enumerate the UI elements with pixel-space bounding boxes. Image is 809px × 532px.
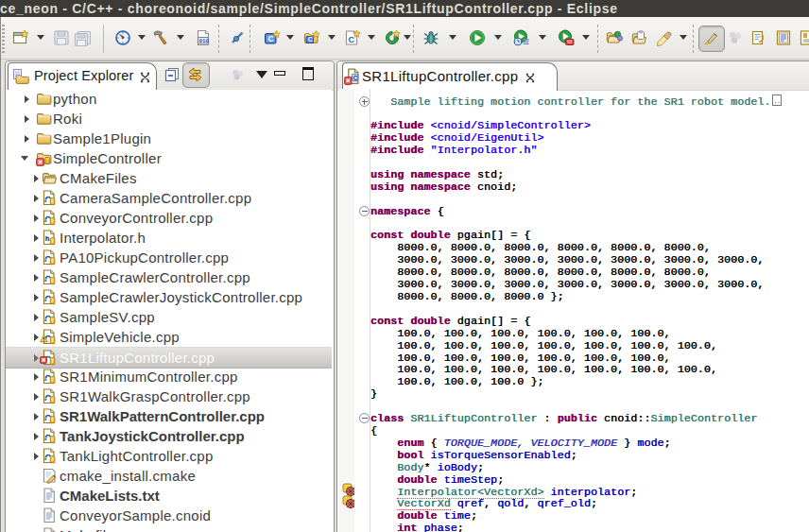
svg-text:C: C [267,34,273,43]
svg-text:C: C [308,36,313,43]
svg-text:C: C [349,35,355,44]
svg-text:C: C [353,75,358,81]
svg-text:010: 010 [199,38,210,44]
